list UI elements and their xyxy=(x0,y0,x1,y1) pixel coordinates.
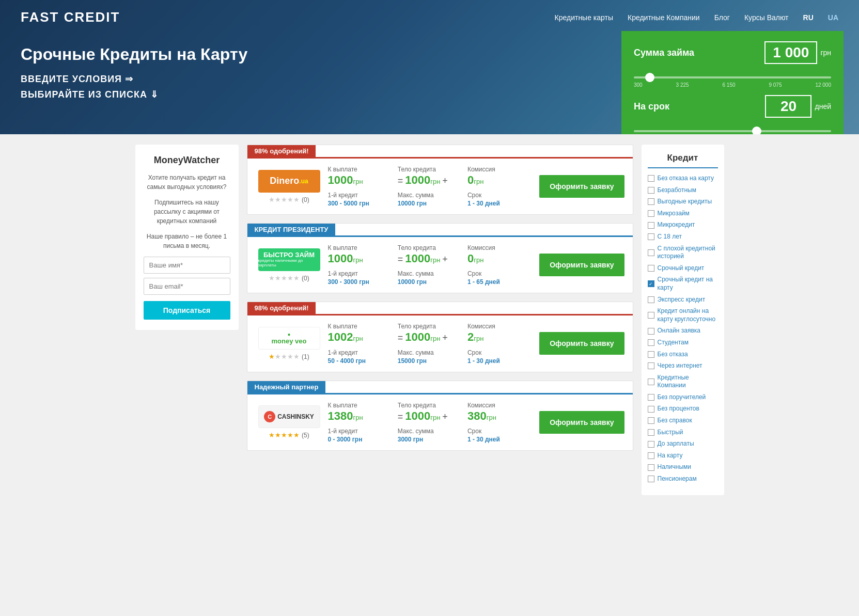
filter-checkbox-16[interactable] xyxy=(648,394,654,401)
apply-button-0[interactable]: Оформить заявку xyxy=(539,175,624,198)
max-col-2: Макс. сумма 15000 грн xyxy=(398,349,459,365)
filter-checkbox-11[interactable] xyxy=(648,328,654,335)
filter-checkbox-3[interactable] xyxy=(648,210,654,217)
filter-label-14: Через интернет xyxy=(658,362,702,370)
apply-button-3[interactable]: Оформить заявку xyxy=(539,411,624,434)
filter-checkbox-4[interactable] xyxy=(648,222,654,229)
max-value-3: 3000 грн xyxy=(398,436,459,443)
commission-col-0: Комиссия 0грн xyxy=(467,166,529,186)
filter-label-11: Онлайн заявка xyxy=(658,327,701,335)
filter-checkbox-22[interactable] xyxy=(648,464,654,471)
filter-item-17[interactable]: Без процентов xyxy=(648,405,718,413)
filter-item-11[interactable]: Онлайн заявка xyxy=(648,327,718,335)
pay-eq-row-2: 1002грн xyxy=(328,331,389,343)
nav-link-blog[interactable]: Блог xyxy=(714,13,730,22)
commission-col-1: Комиссия 0грн xyxy=(467,244,529,265)
filter-item-13[interactable]: Без отказа xyxy=(648,351,718,359)
filter-item-10[interactable]: Кредит онлайн на карту круглосуточно xyxy=(648,307,718,323)
subscribe-button[interactable]: Подписаться xyxy=(144,301,230,320)
filter-item-6[interactable]: С плохой кредитной историей xyxy=(648,245,718,261)
sidebar-left: MoneyWatcher Хотите получать кредит на с… xyxy=(135,145,239,330)
filter-item-14[interactable]: Через интернет xyxy=(648,362,718,370)
lang-ua[interactable]: UA xyxy=(828,13,838,22)
card-2: 98% одобрений! ● money veo ★★★★★ (1) К в… xyxy=(247,302,633,372)
filter-checkbox-2[interactable] xyxy=(648,198,654,205)
card-rating-2: (1) xyxy=(302,353,309,360)
filter-checkbox-5[interactable] xyxy=(648,233,654,240)
card-3: Надежный партнер C CASHINSKY ★★★★★ (5) К… xyxy=(247,381,633,451)
filter-item-12[interactable]: Студентам xyxy=(648,339,718,347)
body-label-2: Тело кредита xyxy=(398,323,459,330)
amount-slider[interactable] xyxy=(634,76,831,78)
filter-label-4: Микрокредит xyxy=(658,221,695,229)
filter-item-4[interactable]: Микрокредит xyxy=(648,221,718,229)
filter-checkbox-19[interactable] xyxy=(648,429,654,436)
filter-item-5[interactable]: С 18 лет xyxy=(648,233,718,241)
first-label-1: 1-й кредит xyxy=(328,270,389,277)
filter-item-21[interactable]: На карту xyxy=(648,452,718,460)
filter-item-7[interactable]: Срочный кредит xyxy=(648,264,718,273)
filter-label-13: Без отказа xyxy=(658,351,688,359)
filter-checkbox-23[interactable] xyxy=(648,476,654,482)
card-logo-1: БЫСТРО ЗАЙМ кредиты наличными до зарплат… xyxy=(256,248,323,282)
filter-checkbox-15[interactable] xyxy=(648,378,654,385)
pay-value-3: 1380грн xyxy=(328,410,363,422)
commission-value-2: 2грн xyxy=(467,331,529,343)
filter-item-19[interactable]: Быстрый xyxy=(648,429,718,437)
commission-label-1: Комиссия xyxy=(467,244,529,251)
filter-checkbox-6[interactable] xyxy=(648,249,654,256)
filter-checkbox-9[interactable] xyxy=(648,296,654,303)
amount-label: Сумма займа xyxy=(634,48,764,58)
card-logo-3: C CASHINSKY ★★★★★ (5) xyxy=(256,405,323,439)
filter-label-15: Кредитные Компании xyxy=(658,374,718,390)
filter-item-9[interactable]: Экспресс кредит xyxy=(648,296,718,304)
filter-label-22: Наличными xyxy=(658,463,692,471)
filter-checkbox-20[interactable] xyxy=(648,441,654,448)
filter-checkbox-21[interactable] xyxy=(648,452,654,459)
pay-value-2: 1002грн xyxy=(328,331,363,343)
filter-item-8[interactable]: Срочный кредит на карту xyxy=(648,276,718,292)
filter-checkbox-13[interactable] xyxy=(648,351,654,358)
logo: FAST CREDIT xyxy=(21,9,120,25)
filter-checkbox-12[interactable] xyxy=(648,339,654,346)
filter-item-0[interactable]: Без отказа на карту xyxy=(648,175,718,183)
card-details-0: К выплате 1000грн Тело кредита = 1000грн… xyxy=(328,166,529,207)
step2: ВЫБИРАЙТЕ ИЗ СПИСКА ⇓ xyxy=(21,89,320,100)
filter-item-20[interactable]: До зарплаты xyxy=(648,440,718,448)
filter-checkbox-18[interactable] xyxy=(648,417,654,424)
apply-button-2[interactable]: Оформить заявку xyxy=(539,332,624,355)
nav-link-cards[interactable]: Кредитные карты xyxy=(555,13,613,22)
card-0: 98% одобрений! Dinero.ua ★★★★★ (0) К вып… xyxy=(247,145,633,215)
header-title: Срочные Кредиты на Карту xyxy=(21,45,320,64)
filter-item-22[interactable]: Наличными xyxy=(648,463,718,471)
first-label-0: 1-й кредит xyxy=(328,192,389,199)
pay-eq-row-0: 1000грн xyxy=(328,174,389,186)
filter-item-16[interactable]: Без поручителей xyxy=(648,393,718,402)
body-value-3: 1000грн xyxy=(405,410,440,422)
lang-ru[interactable]: RU xyxy=(803,13,814,22)
email-input[interactable] xyxy=(144,278,230,295)
filter-item-1[interactable]: Безработным xyxy=(648,186,718,195)
filter-item-23[interactable]: Пенсионерам xyxy=(648,475,718,483)
filter-checkbox-1[interactable] xyxy=(648,187,654,194)
card-stars-0: ★★★★★ (0) xyxy=(269,196,309,203)
filter-checkbox-10[interactable] xyxy=(648,312,654,319)
filter-item-3[interactable]: Микрозайм xyxy=(648,210,718,218)
card-body-3: C CASHINSKY ★★★★★ (5) К выплате 1380грн … xyxy=(247,394,633,450)
apply-button-1[interactable]: Оформить заявку xyxy=(539,254,624,276)
nav-link-companies[interactable]: Кредитные Компании xyxy=(628,13,700,22)
filter-checkbox-7[interactable] xyxy=(648,265,654,272)
name-input[interactable] xyxy=(144,257,230,274)
filter-item-18[interactable]: Без справок xyxy=(648,417,718,425)
filter-checkbox-17[interactable] xyxy=(648,406,654,413)
filter-item-2[interactable]: Выгодные кредиты xyxy=(648,198,718,206)
filter-checkbox-14[interactable] xyxy=(648,362,654,369)
filter-label-23: Пенсионерам xyxy=(658,475,697,483)
max-label-3: Макс. сумма xyxy=(398,428,459,435)
filter-checkbox-8[interactable] xyxy=(648,280,654,287)
nav-link-rates[interactable]: Курсы Валют xyxy=(744,13,789,22)
filter-item-15[interactable]: Кредитные Компании xyxy=(648,374,718,390)
term-slider[interactable] xyxy=(634,130,831,132)
filter-checkbox-0[interactable] xyxy=(648,175,654,182)
amount-unit: грн xyxy=(820,49,831,57)
